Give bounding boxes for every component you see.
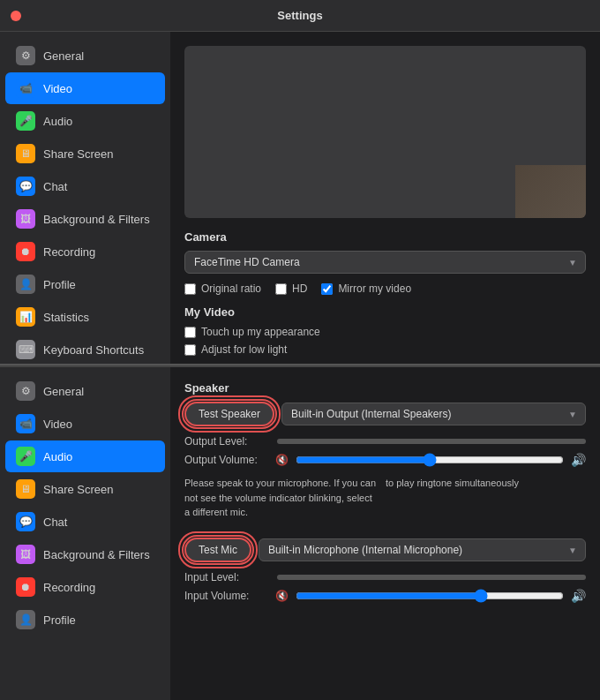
video-icon: 📹: [16, 414, 35, 433]
sidebar-item-statistics[interactable]: 📊Statistics: [5, 301, 165, 333]
mic-vol-high-icon: 🔊: [571, 589, 586, 603]
window-title: Settings: [277, 9, 322, 22]
sidebar-item-background2[interactable]: 🖼Background & Filters: [5, 538, 165, 570]
low-light-checkbox[interactable]: [184, 344, 196, 356]
hd-checkbox[interactable]: [275, 283, 287, 295]
profile-icon: 👤: [16, 610, 35, 629]
general-icon: ⚙: [16, 46, 35, 65]
sidebar-item-label-audio: Audio: [43, 115, 72, 128]
speaker-dropdown[interactable]: Built-in Output (Internal Speakers): [281, 403, 586, 425]
camera-preview-inner: [184, 46, 586, 218]
mic-dropdown[interactable]: Built-in Microphone (Internal Microphone…: [259, 538, 586, 561]
my-video-section: My Video Touch up my appearance Adjust f…: [184, 305, 586, 356]
general-icon: ⚙: [16, 381, 35, 401]
speaker-dropdown-wrapper: Built-in Output (Internal Speakers) ▼: [281, 403, 586, 425]
bg-icon: 🖼: [16, 209, 35, 229]
sidebar-item-label-statistics: Statistics: [43, 311, 89, 324]
sidebar-item-chat2[interactable]: 💬Chat: [5, 506, 165, 538]
sidebar-item-share-screen[interactable]: 🖥Share Screen: [5, 138, 165, 169]
sidebar-item-video[interactable]: 📹Video: [5, 72, 165, 104]
sidebar-item-background[interactable]: 🖼Background & Filters: [5, 203, 165, 235]
hd-label: HD: [292, 282, 307, 295]
original-ratio-label: Original ratio: [201, 282, 261, 295]
sidebar-item-audio[interactable]: 🎤Audio: [5, 105, 165, 137]
title-bar: Settings: [0, 0, 600, 32]
camera-dropdown-wrapper: FaceTime HD Camera ▼: [184, 251, 586, 274]
sidebar-item-recording2[interactable]: ⏺Recording: [5, 571, 165, 603]
mirror-label: Mirror my video: [338, 282, 411, 295]
mic-dropdown-wrapper: Built-in Microphone (Internal Microphone…: [259, 538, 586, 561]
video-icon: 📹: [16, 79, 35, 98]
sidebar-item-audio2[interactable]: 🎤Audio: [5, 440, 165, 472]
output-volume-slider[interactable]: [296, 453, 564, 467]
test-mic-button[interactable]: Test Mic: [184, 538, 251, 562]
sidebar-item-label-background2: Background & Filters: [43, 548, 150, 561]
output-level-label: Output Level:: [184, 435, 268, 448]
sidebar-item-label-profile: Profile: [43, 278, 76, 291]
sidebar-item-keyboard[interactable]: ⌨Keyboard Shortcuts: [5, 334, 165, 365]
mirror-checkbox[interactable]: [321, 283, 333, 295]
mic-row: Test Mic Built-in Microphone (Internal M…: [184, 538, 586, 562]
share-icon: 🖥: [16, 144, 35, 163]
sidebar-item-label-general: General: [43, 49, 84, 63]
chat-icon: 💬: [16, 512, 35, 531]
sidebar-item-label-share-screen2: Share Screen: [43, 483, 114, 496]
input-level-bar: [277, 575, 586, 580]
my-video-label: My Video: [184, 305, 586, 319]
sidebar-item-chat[interactable]: 💬Chat: [5, 170, 165, 202]
input-volume-label: Input Volume:: [184, 590, 268, 602]
touch-up-label: Touch up my appearance: [201, 326, 320, 338]
camera-preview: [184, 46, 586, 218]
camera-dropdown[interactable]: FaceTime HD Camera: [184, 251, 586, 274]
input-volume-slider[interactable]: [296, 589, 564, 603]
profile-icon: 👤: [16, 275, 35, 294]
touch-up-checkbox[interactable]: [184, 327, 196, 338]
audio-icon: 🎤: [16, 447, 35, 466]
speaker-row: Test Speaker Built-in Output (Internal S…: [184, 402, 586, 426]
bottom-panel: ⚙General📹Video🎤Audio🖥Share Screen💬Chat🖼B…: [0, 367, 600, 700]
sidebar-item-general2[interactable]: ⚙General: [5, 375, 165, 407]
sidebar-item-label-chat: Chat: [43, 180, 67, 193]
top-panel: ⚙General📹Video🎤Audio🖥Share Screen💬Chat🖼B…: [0, 32, 600, 365]
sidebar-item-recording[interactable]: ⏺Recording: [5, 236, 165, 267]
play-note: to play ringtone simultaneously: [386, 476, 519, 520]
original-ratio-checkbox[interactable]: [184, 283, 196, 295]
camera-preview-corner: [515, 165, 586, 218]
close-button[interactable]: [11, 11, 21, 21]
sidebar-item-label-background: Background & Filters: [43, 213, 150, 226]
sidebar-item-label-profile2: Profile: [43, 613, 76, 627]
low-light-label: Adjust for low light: [201, 343, 287, 356]
share-icon: 🖥: [16, 479, 35, 499]
audio-main-content: Speaker Test Speaker Built-in Output (In…: [170, 367, 600, 700]
chat-icon: 💬: [16, 177, 35, 196]
sidebar-item-video2[interactable]: 📹Video: [5, 408, 165, 440]
sidebar-item-label-share-screen: Share Screen: [43, 147, 114, 161]
sidebar-item-label-keyboard: Keyboard Shortcuts: [43, 343, 144, 357]
sidebar-item-profile2[interactable]: 👤Profile: [5, 604, 165, 636]
sidebar-item-general[interactable]: ⚙General: [5, 40, 165, 72]
volume-high-icon: 🔊: [571, 453, 586, 467]
sidebar-item-label-video2: Video: [43, 418, 72, 431]
touch-up-row: Touch up my appearance: [184, 326, 586, 338]
stats-icon: 📊: [16, 307, 35, 327]
recording-icon: ⏺: [16, 242, 35, 261]
sidebar-item-label-general2: General: [43, 385, 84, 398]
video-main-content: Camera FaceTime HD Camera ▼ Original rat…: [170, 32, 600, 364]
test-speaker-button[interactable]: Test Speaker: [184, 402, 274, 426]
mic-vol-low-icon: 🔇: [275, 590, 289, 602]
input-volume-row: Input Volume: 🔇 🔊: [184, 589, 586, 603]
sidebar-item-label-recording: Recording: [43, 245, 95, 259]
bg-icon: 🖼: [16, 545, 35, 564]
sidebar-item-profile[interactable]: 👤Profile: [5, 268, 165, 300]
keyboard-icon: ⌨: [16, 340, 35, 359]
sidebar-item-label-chat2: Chat: [43, 516, 67, 529]
sidebar-item-share-screen2[interactable]: 🖥Share Screen: [5, 473, 165, 505]
sidebar-item-label-video: Video: [43, 82, 72, 95]
sidebar-item-label-audio2: Audio: [43, 450, 72, 463]
volume-low-icon: 🔇: [275, 454, 289, 466]
camera-section-label: Camera: [184, 230, 586, 244]
audio-icon: 🎤: [16, 111, 35, 131]
input-level-row: Input Level:: [184, 571, 586, 583]
input-level-label: Input Level:: [184, 571, 268, 583]
output-level-row: Output Level:: [184, 435, 586, 448]
